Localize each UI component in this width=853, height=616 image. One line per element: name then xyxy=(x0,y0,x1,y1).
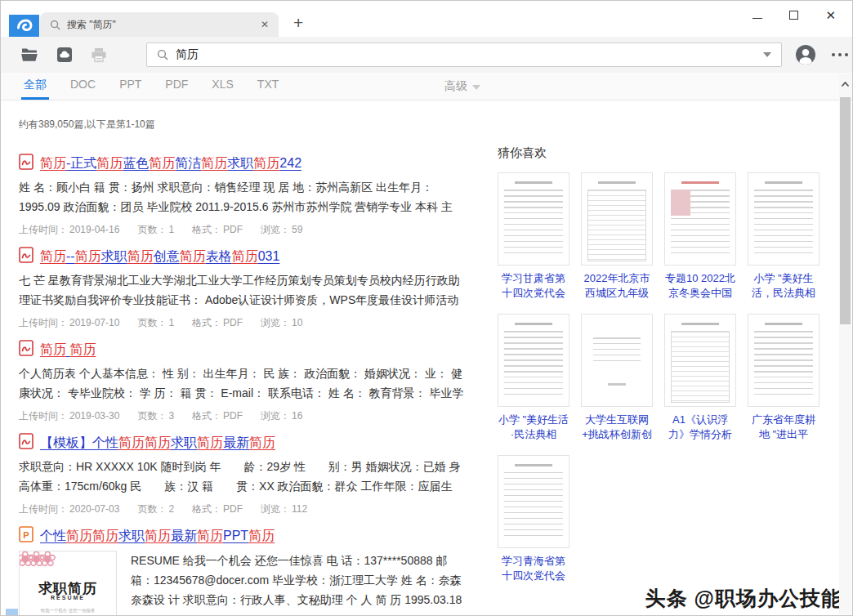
suggestion-caption-link[interactable]: 专题10 2022北京冬奥会中国 xyxy=(664,271,736,301)
suggestions-sidebar: 猜你喜欢 学习甘肃省第十四次党代会2022年北京市西城区九年级专题10 2022… xyxy=(498,100,826,583)
app-logo-icon[interactable] xyxy=(9,15,39,37)
highlighted-keyword: 简历 xyxy=(69,342,96,356)
partial-element xyxy=(6,609,18,615)
suggestion-cards: 学习甘肃省第十四次党代会2022年北京市西城区九年级专题10 2022北京冬奥会… xyxy=(498,172,826,583)
suggestion-caption-link[interactable]: 小学 "美好生活·民法典相 xyxy=(498,413,569,442)
meta-upload: 上传时间：2019-03-30 xyxy=(19,410,119,422)
minimize-button[interactable] xyxy=(753,18,762,19)
pdf-file-icon xyxy=(19,433,33,449)
filter-tab-DOC[interactable]: DOC xyxy=(70,78,96,100)
meta-pages: 页数：1 xyxy=(137,317,174,328)
result-title-row: 简历 简历 xyxy=(19,341,481,359)
maximize-button[interactable] xyxy=(789,11,798,20)
search-input[interactable]: 简历 xyxy=(146,42,782,67)
title-text: -- xyxy=(66,249,75,263)
meta-format: 格式：PDF xyxy=(192,317,243,328)
open-folder-button[interactable] xyxy=(20,47,38,62)
result-title-row: 简历--简历求职简历创意简历表格简历031 xyxy=(19,248,481,266)
result-title-link[interactable]: 【模板】个性简历简历求职简历最新简历 xyxy=(40,435,275,452)
thumbnail-note: 给我一个机会 还您一份惊喜 xyxy=(25,607,111,614)
result-text-block: RESUME 给我一个机会 还您一佳惊喜 电 话：137****50888 邮 … xyxy=(131,551,481,616)
suggestion-caption-link[interactable]: 大学生互联网+挑战杯创新创 xyxy=(581,413,653,442)
result-thumbnail[interactable]: ❀❀❀求职简历RESUME给我一个机会 还您一份惊喜 xyxy=(19,551,117,616)
title-text: 求职 xyxy=(171,435,197,449)
result-description: 个人简历表 个人基本信息： 性 别： 出生年月： 民 族： 政治面貌： 婚姻状况… xyxy=(19,364,464,403)
document-thumbnail[interactable] xyxy=(498,314,569,407)
app-window: 搜索 "简历" ✕ + ✕ xyxy=(0,0,853,616)
scroll-up-button[interactable] xyxy=(839,74,851,87)
close-button[interactable]: ✕ xyxy=(825,9,836,21)
filter-tabs: 全部DOCPPTPDFXLSTXT xyxy=(24,78,302,100)
filter-tab-XLS[interactable]: XLS xyxy=(212,78,233,100)
suggestion-caption-link[interactable]: 2022年北京市西城区九年级 xyxy=(581,271,653,301)
highlighted-keyword: 简历 xyxy=(40,156,66,170)
title-text: 242 xyxy=(279,156,301,170)
cloud-document-button[interactable] xyxy=(56,47,73,63)
suggestion-card: 小学 "美好生活·民法典相 xyxy=(498,314,569,442)
new-tab-button[interactable]: + xyxy=(293,13,303,33)
filter-tab-全部[interactable]: 全部 xyxy=(24,78,47,100)
filter-tab-PPT[interactable]: PPT xyxy=(119,78,141,100)
highlighted-keyword: 简历简历 xyxy=(66,529,118,542)
suggestion-card: 学习青海省第十四次党代会 xyxy=(498,455,569,583)
result-description: 七 芒 星教育背景湖北工业大学湖北工业大学工作经历策划专员策划专员校内经历行政助… xyxy=(19,270,464,310)
title-text: -正式 xyxy=(66,156,96,170)
svg-text:P: P xyxy=(23,530,29,540)
document-thumbnail[interactable] xyxy=(581,172,653,266)
pdf-icon xyxy=(19,433,33,453)
highlighted-keyword: 简历 xyxy=(232,249,258,263)
filter-bar: 全部DOCPPTPDFXLSTXT 高级 xyxy=(1,73,852,100)
result-title-row: 【模板】个性简历简历求职简历最新简历 xyxy=(19,434,481,452)
suggestion-caption-link[interactable]: 学习甘肃省第十四次党代会 xyxy=(498,271,569,301)
document-tab[interactable]: 搜索 "简历" ✕ xyxy=(40,12,279,37)
document-thumbnail[interactable] xyxy=(498,455,569,548)
user-avatar-icon xyxy=(795,44,816,65)
meta-views: 浏览：10 xyxy=(261,317,302,328)
advanced-filter-button[interactable]: 高级 xyxy=(444,79,480,94)
document-thumbnail[interactable] xyxy=(748,314,820,407)
filter-tab-TXT[interactable]: TXT xyxy=(257,78,279,100)
result-title-link[interactable]: 简历 简历 xyxy=(40,341,96,359)
document-thumbnail[interactable] xyxy=(498,172,569,266)
filter-tab-PDF[interactable]: PDF xyxy=(165,78,188,100)
search-dropdown-icon[interactable] xyxy=(763,52,771,57)
account-button[interactable] xyxy=(795,44,816,65)
document-thumbnail[interactable] xyxy=(664,314,736,407)
dot-icon xyxy=(832,53,835,56)
title-text: 创意 xyxy=(154,249,180,263)
toolbar: 简历 xyxy=(1,37,852,73)
document-thumbnail[interactable] xyxy=(748,172,820,266)
results-list: 简历-正式简历蓝色简历简洁简历求职简历242姓 名：顾小白 籍 贯：扬州 求职意… xyxy=(19,154,481,616)
document-thumbnail[interactable] xyxy=(581,314,653,407)
title-text: 最新 xyxy=(171,529,197,542)
meta-pages: 页数：1 xyxy=(137,224,174,235)
document-thumbnail[interactable] xyxy=(664,172,736,266)
result-title-link[interactable]: 简历--简历求职简历创意简历表格简历031 xyxy=(40,248,279,266)
result-title-link[interactable]: 个性简历简历求职简历最新简历PPT简历 xyxy=(40,528,275,545)
highlighted-keyword: 简历 xyxy=(149,156,175,170)
cloud-document-icon xyxy=(56,47,73,63)
more-menu-button[interactable] xyxy=(832,53,848,56)
tab-close-icon[interactable]: ✕ xyxy=(261,20,269,29)
suggestion-caption-link[interactable]: 学习青海省第十四次党代会 xyxy=(498,554,569,583)
result-title-row: P个性简历简历求职简历最新简历PPT简历 xyxy=(19,527,481,545)
pdf-file-icon xyxy=(19,247,33,263)
window-controls: ✕ xyxy=(753,7,836,22)
meta-upload: 上传时间：2020-07-03 xyxy=(19,503,119,515)
pdf-file-icon xyxy=(19,340,33,356)
scrollbar[interactable] xyxy=(839,74,851,614)
title-text: 个性 xyxy=(40,529,66,542)
suggestion-caption-link[interactable]: 广东省年度耕地 "进出平 xyxy=(748,413,820,442)
pdf-icon xyxy=(19,247,33,266)
print-button-disabled[interactable] xyxy=(91,47,107,63)
title-text: 最新 xyxy=(223,435,249,449)
results-column: 约有389,050篇,以下是第1-10篇 简历-正式简历蓝色简历简洁简历求职简历… xyxy=(19,100,481,616)
tab-title: 搜索 "简历" xyxy=(67,18,261,32)
suggestion-caption-link[interactable]: A1《认识浮力》学情分析 xyxy=(664,413,736,442)
result-meta: 上传时间：2020-07-03页数：2格式：PDF浏览：112 xyxy=(19,502,481,516)
dot-icon xyxy=(845,53,848,56)
scrollbar-thumb[interactable] xyxy=(840,97,851,324)
highlighted-keyword: 简历 xyxy=(40,249,66,263)
result-title-link[interactable]: 简历-正式简历蓝色简历简洁简历求职简历242 xyxy=(40,155,301,172)
suggestion-caption-link[interactable]: 小学 "美好生活，民法典相 xyxy=(748,271,820,301)
